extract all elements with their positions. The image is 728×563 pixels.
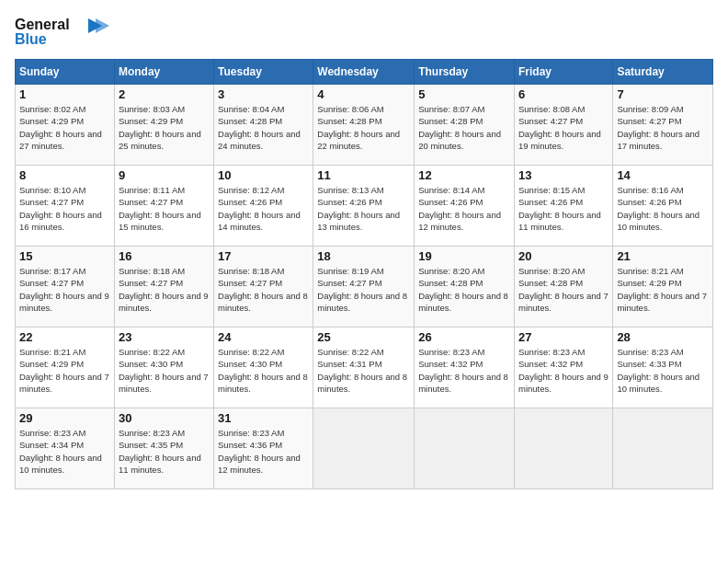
logo: General Blue — [15, 11, 116, 52]
day-info: Sunrise: 8:04 AMSunset: 4:28 PMDaylight:… — [218, 103, 309, 152]
day-info: Sunrise: 8:06 AMSunset: 4:28 PMDaylight:… — [317, 103, 410, 152]
day-number: 21 — [617, 249, 709, 263]
calendar-cell: 24Sunrise: 8:22 AMSunset: 4:30 PMDayligh… — [214, 327, 313, 408]
day-number: 12 — [418, 168, 510, 182]
calendar-cell: 6Sunrise: 8:08 AMSunset: 4:27 PMDaylight… — [514, 85, 612, 166]
calendar-week-row: 1Sunrise: 8:02 AMSunset: 4:29 PMDaylight… — [16, 85, 713, 166]
col-wednesday: Wednesday — [313, 60, 415, 85]
calendar-cell: 2Sunrise: 8:03 AMSunset: 4:29 PMDaylight… — [114, 85, 213, 166]
calendar-cell: 28Sunrise: 8:23 AMSunset: 4:33 PMDayligh… — [613, 327, 713, 408]
day-info: Sunrise: 8:03 AMSunset: 4:29 PMDaylight:… — [119, 103, 210, 152]
day-info: Sunrise: 8:22 AMSunset: 4:30 PMDaylight:… — [119, 346, 210, 395]
calendar-cell — [613, 408, 713, 489]
day-info: Sunrise: 8:10 AMSunset: 4:27 PMDaylight:… — [19, 184, 110, 233]
col-saturday: Saturday — [613, 60, 713, 85]
day-info: Sunrise: 8:15 AMSunset: 4:26 PMDaylight:… — [518, 184, 609, 233]
day-info: Sunrise: 8:23 AMSunset: 4:35 PMDaylight:… — [119, 427, 210, 476]
day-info: Sunrise: 8:07 AMSunset: 4:28 PMDaylight:… — [418, 103, 510, 152]
calendar-header: Sunday Monday Tuesday Wednesday Thursday… — [16, 60, 713, 85]
day-number: 26 — [418, 330, 510, 344]
day-info: Sunrise: 8:17 AMSunset: 4:27 PMDaylight:… — [19, 265, 110, 314]
header-row: Sunday Monday Tuesday Wednesday Thursday… — [16, 60, 713, 85]
day-info: Sunrise: 8:02 AMSunset: 4:29 PMDaylight:… — [19, 103, 110, 152]
calendar-cell: 18Sunrise: 8:19 AMSunset: 4:27 PMDayligh… — [313, 247, 415, 327]
calendar-cell: 3Sunrise: 8:04 AMSunset: 4:28 PMDaylight… — [214, 85, 313, 166]
calendar-cell: 30Sunrise: 8:23 AMSunset: 4:35 PMDayligh… — [114, 408, 213, 489]
calendar-cell: 20Sunrise: 8:20 AMSunset: 4:28 PMDayligh… — [514, 247, 612, 327]
calendar-cell — [514, 408, 612, 489]
day-number: 16 — [119, 249, 210, 263]
page-container: General Blue Sunday Monday Tuesday Wedne… — [0, 0, 728, 497]
calendar-week-row: 22Sunrise: 8:21 AMSunset: 4:29 PMDayligh… — [16, 327, 713, 408]
day-info: Sunrise: 8:18 AMSunset: 4:27 PMDaylight:… — [218, 265, 309, 314]
day-number: 27 — [518, 330, 609, 344]
calendar-body: 1Sunrise: 8:02 AMSunset: 4:29 PMDaylight… — [16, 85, 713, 489]
calendar-cell: 1Sunrise: 8:02 AMSunset: 4:29 PMDaylight… — [16, 85, 115, 166]
day-number: 13 — [518, 168, 609, 182]
day-number: 24 — [218, 330, 309, 344]
day-info: Sunrise: 8:23 AMSunset: 4:34 PMDaylight:… — [19, 427, 110, 476]
day-number: 6 — [518, 87, 609, 101]
day-info: Sunrise: 8:22 AMSunset: 4:31 PMDaylight:… — [317, 346, 410, 395]
calendar-cell: 29Sunrise: 8:23 AMSunset: 4:34 PMDayligh… — [16, 408, 115, 489]
day-info: Sunrise: 8:19 AMSunset: 4:27 PMDaylight:… — [317, 265, 410, 314]
day-number: 2 — [119, 87, 210, 101]
day-number: 23 — [119, 330, 210, 344]
calendar-week-row: 29Sunrise: 8:23 AMSunset: 4:34 PMDayligh… — [16, 408, 713, 489]
day-number: 10 — [218, 168, 309, 182]
svg-text:Blue: Blue — [15, 31, 47, 47]
day-number: 3 — [218, 87, 309, 101]
day-number: 8 — [19, 168, 110, 182]
day-number: 1 — [19, 87, 110, 101]
calendar-week-row: 15Sunrise: 8:17 AMSunset: 4:27 PMDayligh… — [16, 247, 713, 327]
day-number: 31 — [218, 411, 309, 425]
calendar-cell: 27Sunrise: 8:23 AMSunset: 4:32 PMDayligh… — [514, 327, 612, 408]
col-thursday: Thursday — [415, 60, 515, 85]
day-number: 15 — [19, 249, 110, 263]
col-tuesday: Tuesday — [214, 60, 313, 85]
calendar-cell — [415, 408, 515, 489]
calendar-cell: 31Sunrise: 8:23 AMSunset: 4:36 PMDayligh… — [214, 408, 313, 489]
calendar-cell: 17Sunrise: 8:18 AMSunset: 4:27 PMDayligh… — [214, 247, 313, 327]
calendar-cell: 23Sunrise: 8:22 AMSunset: 4:30 PMDayligh… — [114, 327, 213, 408]
day-number: 4 — [317, 87, 410, 101]
day-number: 25 — [317, 330, 410, 344]
calendar-table: Sunday Monday Tuesday Wednesday Thursday… — [15, 59, 713, 489]
day-number: 18 — [317, 249, 410, 263]
calendar-cell: 21Sunrise: 8:21 AMSunset: 4:29 PMDayligh… — [613, 247, 713, 327]
day-number: 28 — [617, 330, 709, 344]
day-number: 9 — [119, 168, 210, 182]
day-number: 22 — [19, 330, 110, 344]
day-info: Sunrise: 8:12 AMSunset: 4:26 PMDaylight:… — [218, 184, 309, 233]
calendar-cell: 22Sunrise: 8:21 AMSunset: 4:29 PMDayligh… — [16, 327, 115, 408]
calendar-cell: 5Sunrise: 8:07 AMSunset: 4:28 PMDaylight… — [415, 85, 515, 166]
calendar-cell: 12Sunrise: 8:14 AMSunset: 4:26 PMDayligh… — [415, 166, 515, 247]
calendar-cell: 10Sunrise: 8:12 AMSunset: 4:26 PMDayligh… — [214, 166, 313, 247]
day-info: Sunrise: 8:20 AMSunset: 4:28 PMDaylight:… — [518, 265, 609, 314]
day-number: 7 — [617, 87, 709, 101]
svg-marker-3 — [96, 18, 109, 33]
day-number: 29 — [19, 411, 110, 425]
day-info: Sunrise: 8:14 AMSunset: 4:26 PMDaylight:… — [418, 184, 510, 233]
day-info: Sunrise: 8:22 AMSunset: 4:30 PMDaylight:… — [218, 346, 309, 395]
calendar-cell: 16Sunrise: 8:18 AMSunset: 4:27 PMDayligh… — [114, 247, 213, 327]
calendar-cell: 7Sunrise: 8:09 AMSunset: 4:27 PMDaylight… — [613, 85, 713, 166]
day-number: 19 — [418, 249, 510, 263]
day-info: Sunrise: 8:16 AMSunset: 4:26 PMDaylight:… — [617, 184, 709, 233]
day-number: 14 — [617, 168, 709, 182]
day-info: Sunrise: 8:23 AMSunset: 4:33 PMDaylight:… — [617, 346, 709, 395]
day-info: Sunrise: 8:18 AMSunset: 4:27 PMDaylight:… — [119, 265, 210, 314]
calendar-cell: 11Sunrise: 8:13 AMSunset: 4:26 PMDayligh… — [313, 166, 415, 247]
logo-svg: General Blue — [15, 11, 116, 48]
day-info: Sunrise: 8:11 AMSunset: 4:27 PMDaylight:… — [119, 184, 210, 233]
col-monday: Monday — [114, 60, 213, 85]
page-header: General Blue — [15, 11, 713, 52]
day-number: 30 — [119, 411, 210, 425]
calendar-cell: 15Sunrise: 8:17 AMSunset: 4:27 PMDayligh… — [16, 247, 115, 327]
day-info: Sunrise: 8:21 AMSunset: 4:29 PMDaylight:… — [617, 265, 709, 314]
calendar-cell: 13Sunrise: 8:15 AMSunset: 4:26 PMDayligh… — [514, 166, 612, 247]
calendar-cell: 8Sunrise: 8:10 AMSunset: 4:27 PMDaylight… — [16, 166, 115, 247]
day-number: 5 — [418, 87, 510, 101]
calendar-cell: 26Sunrise: 8:23 AMSunset: 4:32 PMDayligh… — [415, 327, 515, 408]
calendar-cell: 14Sunrise: 8:16 AMSunset: 4:26 PMDayligh… — [613, 166, 713, 247]
